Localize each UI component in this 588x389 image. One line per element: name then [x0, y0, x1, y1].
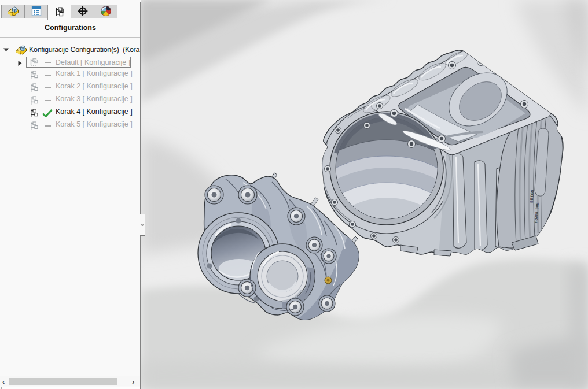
svg-text:BRIGG: BRIGG: [530, 190, 535, 203]
